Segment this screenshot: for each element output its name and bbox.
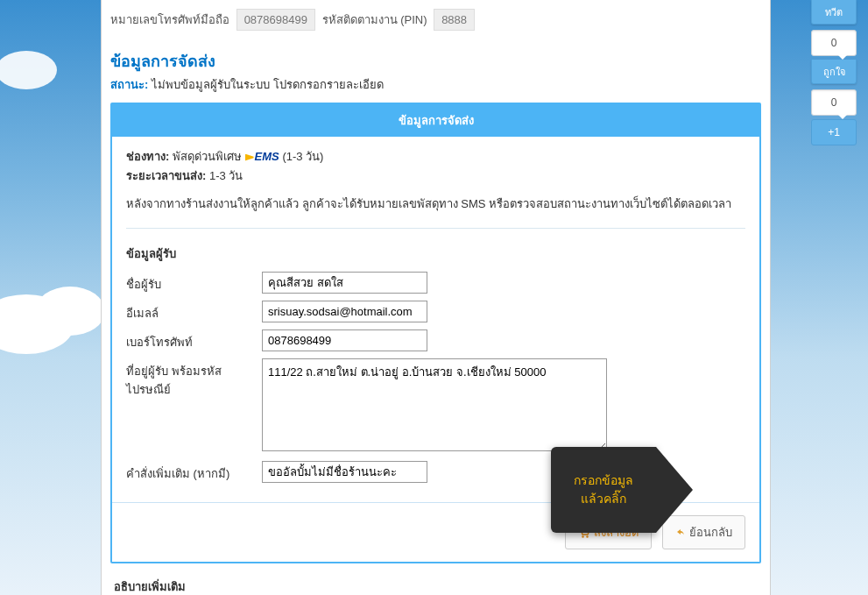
pin-label: รหัสติดตามงาน (PIN): [322, 13, 427, 26]
duration-value: 1-3 วัน: [209, 169, 243, 182]
duration-label: ระยะเวลาขนส่ง:: [126, 169, 206, 182]
svg-point-1: [35, 287, 105, 336]
extra-label: คำสั่งเพิ่มเติม (หากมี): [126, 461, 262, 483]
tweet-count: 0: [811, 30, 857, 56]
plus-one-button[interactable]: +1: [811, 119, 857, 145]
explain-heading: อธิบายเพิ่มเติม: [114, 577, 758, 595]
status-text: ไม่พบข้อมูลผู้รับในระบบ โปรดกรอกรายละเอี…: [152, 78, 384, 91]
tracking-row: หมายเลขโทรศัพท์มือถือ 0878698499 รหัสติด…: [110, 0, 761, 43]
channel-suffix: (1-3 วัน): [282, 150, 323, 163]
like-button[interactable]: ถูกใจ: [811, 60, 857, 84]
explain-block: อธิบายเพิ่มเติม โปรดกรอกข้อมูลผู้รับพร้อ…: [114, 577, 758, 595]
recipient-heading: ข้อมูลผู้รับ: [126, 244, 745, 263]
channel-row: ช่องทาง: พัสดุด่วนพิเศษ EMS (1-3 วัน): [126, 147, 745, 166]
svg-point-4: [587, 536, 589, 538]
separator: [126, 228, 745, 229]
status-label: สถานะ:: [110, 78, 148, 91]
back-label: ย้อนกลับ: [689, 526, 732, 539]
extra-input[interactable]: [262, 461, 427, 483]
pin-readonly: 8888: [434, 9, 475, 31]
shipping-note: หลังจากทางร้านส่งงานให้ลูกค้าแล้ว ลูกค้า…: [126, 195, 745, 214]
callout-line1: กรอกข้อมูล: [574, 473, 633, 487]
status-line: สถานะ: ไม่พบข้อมูลผู้รับในระบบ โปรดกรอกร…: [110, 75, 761, 94]
duration-row: ระยะเวลาขนส่ง: 1-3 วัน: [126, 166, 745, 186]
name-input[interactable]: [262, 272, 427, 294]
shipping-header: ข้อมูลการจัดส่ง: [112, 104, 759, 137]
tweet-button[interactable]: ทวีต: [811, 0, 857, 25]
section-title: ข้อมูลการจัดส่ง: [110, 48, 761, 74]
phone-input[interactable]: [262, 329, 427, 351]
email-input[interactable]: [262, 301, 427, 322]
like-count: 0: [811, 89, 857, 116]
ems-icon: EMS: [245, 147, 279, 166]
name-label: ชื่อผู้รับ: [126, 272, 262, 294]
channel-prefix: พัสดุด่วนพิเศษ: [173, 150, 242, 163]
callout-line2: แล้วคลิ๊ก: [581, 492, 626, 506]
svg-point-0: [0, 294, 74, 354]
phone-label: หมายเลขโทรศัพท์มือถือ: [110, 13, 229, 26]
svg-point-3: [582, 536, 584, 538]
address-textarea[interactable]: [262, 358, 607, 451]
address-label: ที่อยู่ผู้รับ พร้อมรหัสไปรษณีย์: [126, 358, 262, 399]
channel-label: ช่องทาง:: [126, 150, 169, 163]
phone-readonly: 0878698499: [236, 9, 315, 31]
phone-field-label: เบอร์โทรศัพท์: [126, 329, 262, 351]
callout-tooltip: กรอกข้อมูล แล้วคลิ๊ก: [551, 447, 656, 533]
email-label: อีเมลล์: [126, 301, 262, 322]
svg-point-2: [0, 51, 57, 89]
